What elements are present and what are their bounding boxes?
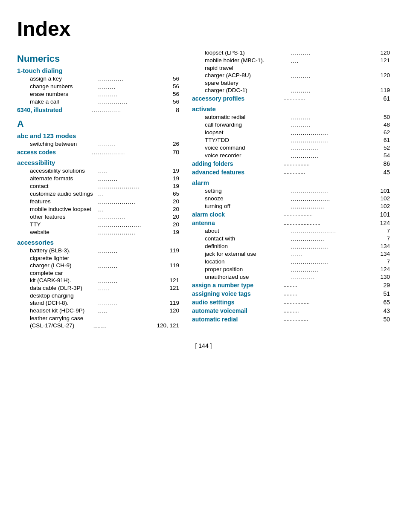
list-item: proper position .............. 124 — [192, 266, 390, 273]
entry-page: 26 — [166, 141, 179, 147]
entry-label: stand (DCH-8). — [30, 300, 97, 306]
entry-page: 20 — [166, 198, 179, 205]
top-level-entry: audio setttings ................. 65 — [192, 298, 390, 306]
list-item: desktop charging — [17, 292, 179, 299]
list-item: data cable (DLR-3P) ...... 121 — [17, 284, 179, 292]
entry-label: mobile inductive loopset — [30, 206, 97, 213]
list-item: features ................... 20 — [17, 198, 179, 205]
entry-page: 19 — [166, 175, 179, 182]
entry-page: 8 — [166, 107, 179, 113]
entry-page — [166, 315, 179, 321]
entry-label: charger (ACP-8U) — [205, 72, 290, 79]
entry-label: unauthorized use — [205, 274, 290, 280]
entry-dots: ............. — [98, 75, 165, 82]
entry-page: 56 — [166, 98, 179, 105]
entry-page: 65 — [166, 191, 179, 197]
entry-page: 120, 121 — [157, 322, 179, 329]
entry-label: contact with — [205, 235, 290, 242]
entry-dots: ......... — [98, 83, 165, 90]
entry-page: 19 — [166, 183, 179, 190]
entry-page: 19 — [166, 168, 179, 174]
entry-label: accessibility solutions — [30, 168, 97, 174]
list-item: charger (ACP-8U) .......... 120 — [192, 72, 390, 79]
entry-dots: ...................... — [98, 221, 165, 228]
top-level-entry: accessory profiles .............. 61 — [192, 94, 390, 103]
entry-label: TTY/TDD — [205, 137, 290, 144]
entry-dots: ................... — [291, 137, 376, 144]
list-item: leather carrying case — [17, 315, 179, 322]
entry-dots: .............. — [291, 152, 376, 159]
entry-label: about — [205, 228, 290, 234]
entry-label: access codes — [17, 149, 90, 156]
entry-label: make a call — [30, 98, 97, 105]
sub-heading: accessories — [17, 239, 179, 246]
entry-dots: .............. — [284, 95, 374, 102]
entry-dots: .............. — [291, 145, 376, 151]
entry-label: voice recorder — [205, 152, 290, 159]
entry-page: 119 — [166, 247, 179, 254]
entry-label: data cable (DLR-3P) — [30, 285, 97, 292]
list-item: change numbers ......... 56 — [17, 83, 179, 90]
entry-dots — [291, 65, 376, 71]
entry-dots — [98, 315, 165, 321]
list-item: charger (DDC-1) .......... 119 — [192, 87, 390, 94]
entry-dots: ..... — [98, 168, 165, 174]
entry-page: 19 — [166, 229, 179, 236]
entry-page: 119 — [377, 87, 390, 94]
list-item: complete car — [17, 269, 179, 277]
top-level-entry: access codes ................. 70 — [17, 148, 179, 156]
entry-dots: .......... — [98, 262, 165, 269]
entry-dots: ....... — [93, 322, 156, 329]
list-item: (CSL-17/CSL-27) ....... 120, 121 — [17, 322, 179, 330]
entry-dots: ................. — [291, 203, 376, 210]
entry-dots: ............ — [291, 274, 376, 280]
entry-page: 56 — [166, 75, 179, 82]
entry-label: voice command — [205, 145, 290, 151]
entry-dots: .......... — [98, 277, 165, 284]
page-footer: [ 144 ] — [17, 342, 390, 349]
entry-page: 61 — [377, 137, 390, 144]
entry-label: jack for external use — [205, 251, 290, 257]
top-level-entry: adding folders ................. 86 — [192, 159, 390, 168]
entry-dots: ................. — [92, 149, 165, 156]
list-item: customize audio settings ... 65 — [17, 190, 179, 198]
list-item: website ................... 19 — [17, 228, 179, 236]
entry-dots: .............. — [98, 214, 165, 220]
list-item: turning off ................. 102 — [192, 202, 390, 210]
entry-dots: ...... — [98, 285, 165, 292]
entry-dots: .......... — [98, 247, 165, 254]
right-column: loopset (LPS-1) .......... 120 mobile ho… — [192, 49, 390, 330]
entry-page: 120 — [166, 307, 179, 314]
entry-label: snooze — [205, 195, 290, 202]
entry-label: 6340, illustrated — [17, 107, 90, 113]
entry-page — [166, 255, 179, 261]
sub-heading: accessibility — [17, 159, 179, 166]
entry-dots: ......... — [284, 290, 374, 297]
top-level-entry: automate voicemail .......... 43 — [192, 306, 390, 315]
entry-label: call forwarding — [205, 121, 290, 128]
entry-label: cigarette lighter — [30, 255, 97, 261]
entry-dots: .............. — [284, 169, 374, 176]
left-column: Numerics1-touch dialing assign a key ...… — [17, 49, 179, 330]
entry-page: 62 — [377, 129, 390, 136]
entry-dots — [98, 292, 165, 299]
entry-page: 121 — [166, 277, 179, 284]
entry-dots: .......... — [284, 307, 374, 314]
entry-label: charger (LCH-9) — [30, 262, 97, 269]
entry-page — [166, 270, 179, 276]
entry-dots: .......... — [291, 72, 376, 79]
entry-page: 20 — [166, 214, 179, 220]
entry-dots: .......... — [291, 121, 376, 128]
entry-page: 20 — [166, 221, 179, 228]
entry-dots: ... — [98, 191, 165, 197]
top-level-entry: assign a number type ......... 29 — [192, 281, 390, 289]
list-item: TTY/TDD ................... 61 — [192, 136, 390, 144]
entry-label: turning off — [205, 203, 290, 210]
entry-page — [166, 292, 179, 299]
entry-dots: ................. — [284, 160, 374, 167]
entry-label: leather carrying case — [30, 315, 97, 321]
entry-label: TTY — [30, 221, 97, 228]
entry-dots: ............... — [98, 98, 165, 105]
entry-dots: .... — [291, 57, 376, 64]
entry-label: (CSL-17/CSL-27) — [30, 322, 92, 329]
